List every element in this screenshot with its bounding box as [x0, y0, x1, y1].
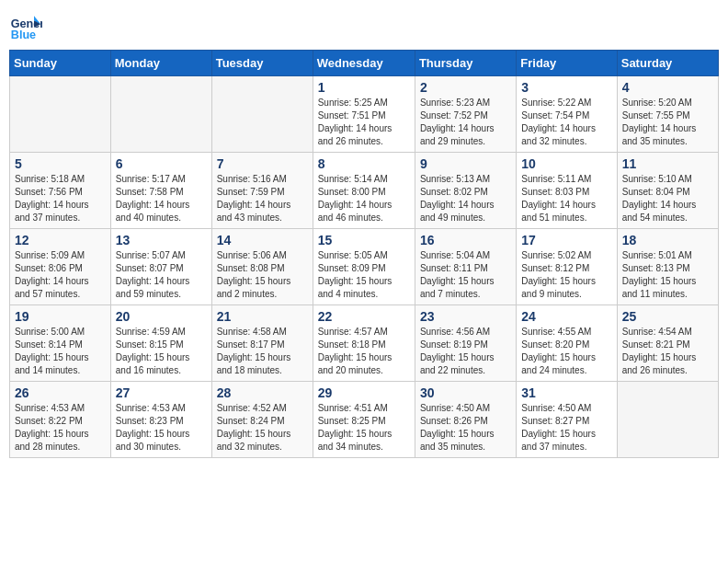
calendar-day-cell	[110, 76, 211, 153]
logo-icon: General Blue	[9, 9, 42, 42]
day-number: 6	[116, 156, 207, 171]
calendar-week-row: 5Sunrise: 5:18 AM Sunset: 7:56 PM Daylig…	[10, 153, 719, 229]
calendar-day-cell: 10Sunrise: 5:11 AM Sunset: 8:03 PM Dayli…	[517, 153, 617, 229]
calendar-day-cell: 8Sunrise: 5:14 AM Sunset: 8:00 PM Daylig…	[313, 153, 415, 229]
day-info: Sunrise: 5:01 AM Sunset: 8:13 PM Dayligh…	[622, 249, 713, 301]
day-number: 9	[420, 156, 511, 171]
calendar-day-cell: 23Sunrise: 4:56 AM Sunset: 8:19 PM Dayli…	[415, 305, 516, 382]
calendar-day-cell: 22Sunrise: 4:57 AM Sunset: 8:18 PM Dayli…	[313, 305, 415, 382]
day-number: 7	[217, 156, 308, 171]
day-info: Sunrise: 4:54 AM Sunset: 8:21 PM Dayligh…	[622, 326, 713, 377]
calendar-day-cell: 15Sunrise: 5:05 AM Sunset: 8:09 PM Dayli…	[313, 229, 415, 305]
day-number: 31	[521, 385, 611, 400]
weekday-header: Monday	[110, 51, 211, 76]
calendar-week-row: 1Sunrise: 5:25 AM Sunset: 7:51 PM Daylig…	[10, 76, 719, 153]
calendar-day-cell: 24Sunrise: 4:55 AM Sunset: 8:20 PM Dayli…	[517, 305, 617, 382]
day-number: 25	[622, 309, 713, 324]
day-number: 22	[318, 309, 410, 324]
day-info: Sunrise: 5:25 AM Sunset: 7:51 PM Dayligh…	[318, 97, 410, 148]
weekday-header: Tuesday	[211, 51, 313, 76]
day-number: 3	[521, 80, 611, 95]
day-number: 14	[217, 233, 308, 247]
page-header: General Blue	[9, 9, 719, 42]
day-info: Sunrise: 5:22 AM Sunset: 7:54 PM Dayligh…	[521, 97, 611, 148]
calendar-day-cell: 19Sunrise: 5:00 AM Sunset: 8:14 PM Dayli…	[10, 305, 111, 382]
calendar-day-cell: 9Sunrise: 5:13 AM Sunset: 8:02 PM Daylig…	[415, 153, 516, 229]
calendar-header-row: SundayMondayTuesdayWednesdayThursdayFrid…	[10, 51, 719, 76]
calendar-day-cell	[211, 76, 313, 153]
calendar-day-cell: 4Sunrise: 5:20 AM Sunset: 7:55 PM Daylig…	[617, 76, 718, 153]
day-number: 28	[217, 385, 308, 400]
day-number: 1	[318, 80, 410, 95]
day-info: Sunrise: 4:58 AM Sunset: 8:17 PM Dayligh…	[217, 326, 308, 377]
day-info: Sunrise: 5:10 AM Sunset: 8:04 PM Dayligh…	[622, 173, 713, 224]
day-number: 27	[116, 385, 207, 400]
day-info: Sunrise: 5:02 AM Sunset: 8:12 PM Dayligh…	[521, 249, 611, 301]
calendar-week-row: 26Sunrise: 4:53 AM Sunset: 8:22 PM Dayli…	[10, 382, 719, 458]
calendar-day-cell: 2Sunrise: 5:23 AM Sunset: 7:52 PM Daylig…	[415, 76, 516, 153]
day-number: 24	[521, 309, 611, 324]
day-info: Sunrise: 4:53 AM Sunset: 8:23 PM Dayligh…	[116, 402, 207, 454]
day-info: Sunrise: 5:16 AM Sunset: 7:59 PM Dayligh…	[217, 173, 308, 224]
day-info: Sunrise: 5:04 AM Sunset: 8:11 PM Dayligh…	[420, 249, 511, 301]
calendar-day-cell: 29Sunrise: 4:51 AM Sunset: 8:25 PM Dayli…	[313, 382, 415, 458]
day-number: 21	[217, 309, 308, 324]
calendar-day-cell: 14Sunrise: 5:06 AM Sunset: 8:08 PM Dayli…	[211, 229, 313, 305]
day-number: 30	[420, 385, 511, 400]
calendar-table: SundayMondayTuesdayWednesdayThursdayFrid…	[9, 50, 719, 458]
day-info: Sunrise: 4:53 AM Sunset: 8:22 PM Dayligh…	[15, 402, 106, 454]
calendar-day-cell: 31Sunrise: 4:50 AM Sunset: 8:27 PM Dayli…	[517, 382, 617, 458]
day-number: 4	[622, 80, 713, 95]
day-info: Sunrise: 5:11 AM Sunset: 8:03 PM Dayligh…	[521, 173, 611, 224]
day-number: 2	[420, 80, 511, 95]
calendar-day-cell: 21Sunrise: 4:58 AM Sunset: 8:17 PM Dayli…	[211, 305, 313, 382]
calendar-day-cell	[617, 382, 718, 458]
day-info: Sunrise: 5:14 AM Sunset: 8:00 PM Dayligh…	[318, 173, 410, 224]
day-info: Sunrise: 4:59 AM Sunset: 8:15 PM Dayligh…	[116, 326, 207, 377]
day-number: 12	[15, 233, 106, 247]
calendar-day-cell: 17Sunrise: 5:02 AM Sunset: 8:12 PM Dayli…	[517, 229, 617, 305]
calendar-day-cell: 26Sunrise: 4:53 AM Sunset: 8:22 PM Dayli…	[10, 382, 111, 458]
day-info: Sunrise: 5:23 AM Sunset: 7:52 PM Dayligh…	[420, 97, 511, 148]
day-number: 11	[622, 156, 713, 171]
day-info: Sunrise: 5:18 AM Sunset: 7:56 PM Dayligh…	[15, 173, 106, 224]
day-number: 13	[116, 233, 207, 247]
calendar-day-cell: 12Sunrise: 5:09 AM Sunset: 8:06 PM Dayli…	[10, 229, 111, 305]
day-info: Sunrise: 5:06 AM Sunset: 8:08 PM Dayligh…	[217, 249, 308, 301]
day-info: Sunrise: 4:52 AM Sunset: 8:24 PM Dayligh…	[217, 402, 308, 454]
day-number: 8	[318, 156, 410, 171]
logo: General Blue	[9, 9, 42, 42]
weekday-header: Saturday	[617, 51, 718, 76]
calendar-day-cell: 18Sunrise: 5:01 AM Sunset: 8:13 PM Dayli…	[617, 229, 718, 305]
day-number: 5	[15, 156, 106, 171]
day-info: Sunrise: 4:51 AM Sunset: 8:25 PM Dayligh…	[318, 402, 410, 454]
weekday-header: Friday	[517, 51, 617, 76]
calendar-day-cell: 5Sunrise: 5:18 AM Sunset: 7:56 PM Daylig…	[10, 153, 111, 229]
day-info: Sunrise: 5:20 AM Sunset: 7:55 PM Dayligh…	[622, 97, 713, 148]
day-number: 16	[420, 233, 511, 247]
day-info: Sunrise: 5:00 AM Sunset: 8:14 PM Dayligh…	[15, 326, 106, 377]
day-number: 19	[15, 309, 106, 324]
calendar-week-row: 19Sunrise: 5:00 AM Sunset: 8:14 PM Dayli…	[10, 305, 719, 382]
calendar-day-cell: 20Sunrise: 4:59 AM Sunset: 8:15 PM Dayli…	[110, 305, 211, 382]
day-info: Sunrise: 5:09 AM Sunset: 8:06 PM Dayligh…	[15, 249, 106, 301]
calendar-day-cell: 13Sunrise: 5:07 AM Sunset: 8:07 PM Dayli…	[110, 229, 211, 305]
weekday-header: Sunday	[10, 51, 111, 76]
calendar-day-cell: 27Sunrise: 4:53 AM Sunset: 8:23 PM Dayli…	[110, 382, 211, 458]
day-info: Sunrise: 4:55 AM Sunset: 8:20 PM Dayligh…	[521, 326, 611, 377]
day-info: Sunrise: 5:07 AM Sunset: 8:07 PM Dayligh…	[116, 249, 207, 301]
svg-text:Blue: Blue	[11, 29, 36, 41]
calendar-day-cell: 3Sunrise: 5:22 AM Sunset: 7:54 PM Daylig…	[517, 76, 617, 153]
day-number: 18	[622, 233, 713, 247]
weekday-header: Thursday	[415, 51, 516, 76]
calendar-day-cell	[10, 76, 111, 153]
day-info: Sunrise: 5:17 AM Sunset: 7:58 PM Dayligh…	[116, 173, 207, 224]
day-info: Sunrise: 4:50 AM Sunset: 8:27 PM Dayligh…	[521, 402, 611, 454]
calendar-day-cell: 25Sunrise: 4:54 AM Sunset: 8:21 PM Dayli…	[617, 305, 718, 382]
calendar-day-cell: 6Sunrise: 5:17 AM Sunset: 7:58 PM Daylig…	[110, 153, 211, 229]
day-info: Sunrise: 5:05 AM Sunset: 8:09 PM Dayligh…	[318, 249, 410, 301]
day-number: 23	[420, 309, 511, 324]
day-number: 15	[318, 233, 410, 247]
day-number: 10	[521, 156, 611, 171]
calendar-day-cell: 11Sunrise: 5:10 AM Sunset: 8:04 PM Dayli…	[617, 153, 718, 229]
